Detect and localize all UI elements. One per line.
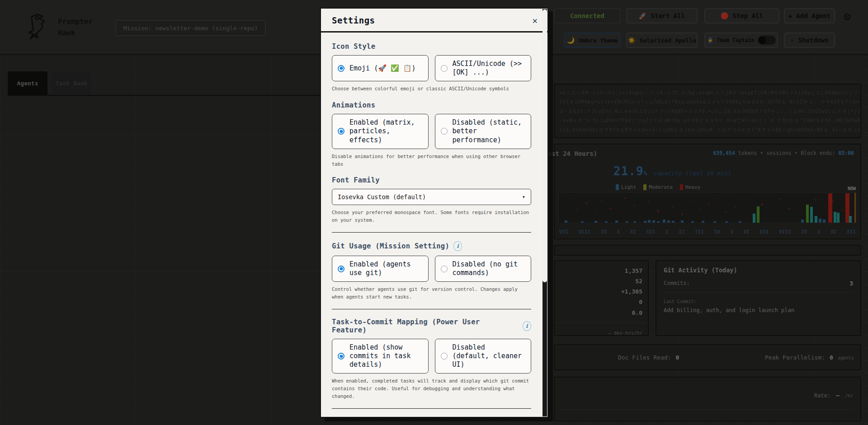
radio-unselected-icon[interactable] bbox=[441, 65, 448, 72]
radio-unselected-icon[interactable] bbox=[441, 266, 448, 272]
git-usage-helper: Control whether agents use git for versi… bbox=[332, 285, 531, 301]
font-family-helper: Choose your preferred monospace font. So… bbox=[332, 209, 531, 224]
modal-scrollbar-track[interactable] bbox=[542, 9, 547, 416]
radio-selected-icon[interactable] bbox=[338, 266, 344, 272]
settings-modal: Settings ✕ Icon Style Emoji (🚀 ✅ 📋) ASCI… bbox=[320, 8, 548, 418]
animations-heading: Animations bbox=[332, 101, 531, 109]
task-timer-heading: Task Creation Timer bbox=[332, 417, 531, 418]
icon-style-heading: Icon Style bbox=[332, 42, 531, 51]
icon-style-emoji-option[interactable]: Emoji (🚀 ✅ 📋) bbox=[332, 55, 429, 81]
animations-helper: Disable animations for better performanc… bbox=[332, 153, 531, 168]
settings-title: Settings bbox=[332, 15, 375, 25]
app-root: Prompter Hawk Mission: newsletter-demo (… bbox=[0, 0, 868, 425]
radio-unselected-icon[interactable] bbox=[441, 353, 448, 360]
settings-modal-body: Icon Style Emoji (🚀 ✅ 📋) ASCII/Unicode (… bbox=[321, 33, 547, 418]
modal-scrollbar-thumb[interactable] bbox=[542, 9, 547, 282]
section-divider bbox=[332, 232, 531, 233]
section-task-commit: Task-to-Commit Mapping (Power User Featu… bbox=[332, 318, 531, 409]
icon-style-helper: Choose between colorful emoji or classic… bbox=[332, 85, 531, 93]
section-animations: Animations Enabled (matrix, particles, e… bbox=[332, 101, 531, 168]
radio-unselected-icon[interactable] bbox=[441, 128, 448, 135]
section-task-timer: Task Creation Timer Show Timer Hide Time… bbox=[332, 417, 531, 418]
icon-style-ascii-option[interactable]: ASCII/Unicode (>> [OK] ...) bbox=[435, 55, 532, 81]
git-usage-heading: Git Usage (Mission Setting) i bbox=[332, 241, 531, 251]
section-divider bbox=[332, 309, 531, 309]
radio-selected-icon[interactable] bbox=[338, 353, 344, 360]
close-icon[interactable]: ✕ bbox=[533, 16, 538, 25]
settings-modal-header: Settings ✕ bbox=[321, 9, 547, 33]
task-commit-helper: When enabled, completed tasks will track… bbox=[332, 377, 531, 400]
section-icon-style: Icon Style Emoji (🚀 ✅ 📋) ASCII/Unicode (… bbox=[332, 42, 531, 93]
task-commit-heading: Task-to-Commit Mapping (Power User Featu… bbox=[332, 318, 531, 334]
font-family-heading: Font Family bbox=[332, 176, 531, 184]
animations-disabled-option[interactable]: Disabled (static, better performance) bbox=[435, 114, 532, 149]
info-badge-icon[interactable]: i bbox=[523, 321, 531, 331]
animations-enabled-option[interactable]: Enabled (matrix, particles, effects) bbox=[332, 114, 429, 149]
section-git-usage: Git Usage (Mission Setting) i Enabled (a… bbox=[332, 241, 531, 309]
radio-selected-icon[interactable] bbox=[338, 65, 344, 72]
chevron-down-icon: ▾ bbox=[522, 194, 525, 200]
radio-selected-icon[interactable] bbox=[338, 128, 344, 135]
task-commit-disabled-option[interactable]: Disabled (default, cleaner UI) bbox=[435, 339, 532, 374]
task-commit-enabled-option[interactable]: Enabled (show commits in task details) bbox=[332, 339, 429, 374]
font-family-select[interactable]: Iosevka Custom (default) ▾ bbox=[332, 189, 531, 205]
info-badge-icon[interactable]: i bbox=[453, 241, 462, 251]
git-usage-disabled-option[interactable]: Disabled (no git commands) bbox=[435, 256, 532, 282]
section-font-family: Font Family Iosevka Custom (default) ▾ C… bbox=[332, 176, 531, 233]
section-divider bbox=[332, 408, 531, 409]
git-usage-enabled-option[interactable]: Enabled (agents use git) bbox=[332, 256, 429, 282]
